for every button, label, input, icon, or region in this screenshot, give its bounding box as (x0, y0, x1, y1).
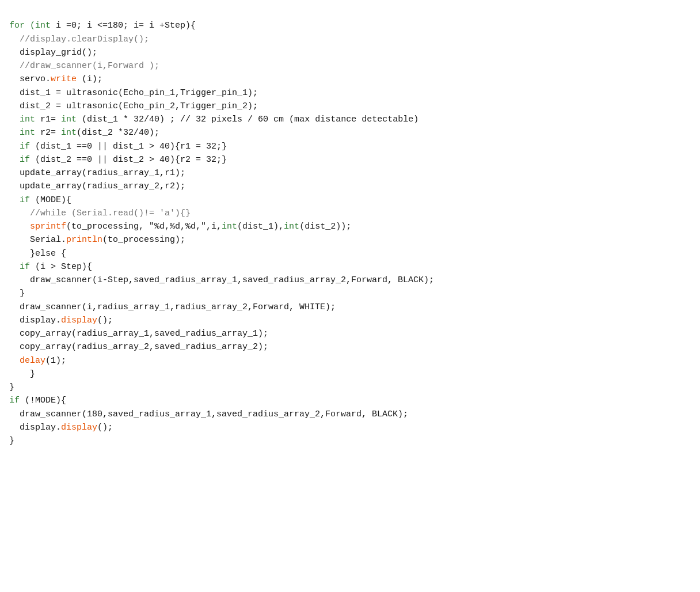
code-token: int (20, 128, 35, 138)
code-line: } (9, 381, 691, 394)
code-token: i =0; i <=180; i= i +Step){ (51, 21, 196, 31)
code-token (9, 262, 20, 272)
code-token: draw_scanner(i,radius_array_1,radius_arr… (9, 302, 336, 312)
code-line: }else { (9, 247, 691, 260)
code-token: update_array(radius_array_2,r2); (9, 181, 185, 191)
code-line: //while (Serial.read()!= 'a'){} (9, 207, 691, 220)
code-token: r2= (35, 128, 61, 138)
code-token: println (66, 235, 102, 245)
code-token (9, 155, 20, 165)
code-token: for ( (9, 21, 35, 31)
code-line: servo.write (i); (9, 73, 691, 86)
code-line: display.display(); (9, 421, 691, 434)
code-token: (i > Step){ (30, 262, 92, 272)
code-line: //draw_scanner(i,Forward ); (9, 59, 691, 73)
code-token: (MODE){ (30, 195, 71, 205)
code-line: } (9, 367, 691, 381)
code-line: draw_scanner(i-Step,saved_radius_array_1… (9, 274, 691, 287)
code-line: int r2= int(dist_2 *32/40); (9, 126, 691, 139)
code-token (9, 356, 20, 366)
code-token: //draw_scanner(i,Forward ); (9, 61, 159, 71)
code-token: } (9, 289, 25, 298)
code-editor: for (int i =0; i <=180; i= i +Step){ //d… (9, 6, 691, 447)
code-line: Serial.println(to_processing); (9, 233, 691, 246)
code-line: delay(1); (9, 354, 691, 367)
code-token: (to_processing); (102, 235, 185, 245)
code-token: (dist_2 *32/40); (77, 128, 159, 138)
code-token: r1= (35, 115, 61, 124)
code-line: sprintf(to_processing, "%d,%d,%d,",i,int… (9, 220, 691, 233)
code-token (9, 115, 20, 124)
code-token: if (20, 195, 30, 205)
code-token (9, 235, 30, 245)
code-token: }else { (9, 249, 66, 259)
code-line: if (i > Step){ (9, 260, 691, 274)
code-token: (i); (77, 74, 102, 84)
code-token: } (9, 382, 14, 392)
code-token: . (56, 316, 61, 325)
code-token (9, 316, 20, 325)
code-token: (dist_1 * 32/40) ; // 32 pixels / 60 cm … (77, 115, 419, 124)
code-token (9, 195, 20, 205)
code-token: (); (97, 423, 113, 432)
code-line: if (dist_2 ==0 || dist_2 > 40){r2 = 32;} (9, 153, 691, 166)
code-line: draw_scanner(i,radius_array_1,radius_arr… (9, 301, 691, 314)
code-line: copy_array(radius_array_2,saved_radius_a… (9, 340, 691, 354)
code-token: dist_1 = ultrasonic(Echo_pin_1,Trigger_p… (9, 88, 258, 98)
code-token: //display.clearDisplay(); (9, 35, 149, 44)
code-token (9, 222, 30, 232)
code-line: int r1= int (dist_1 * 32/40) ; // 32 pix… (9, 113, 691, 126)
code-token: int (61, 128, 77, 138)
code-token: write (51, 74, 77, 84)
code-line: if (!MODE){ (9, 394, 691, 407)
code-token: //while (Serial.read()!= 'a'){} (9, 208, 191, 218)
code-token: int (222, 222, 237, 232)
code-token: (dist_2 ==0 || dist_2 > 40){r2 = 32;} (30, 155, 227, 165)
code-token: copy_array(radius_array_1,saved_radius_a… (9, 329, 268, 339)
code-token: copy_array(radius_array_2,saved_radius_a… (9, 342, 268, 352)
code-token: if (20, 155, 30, 165)
code-line: copy_array(radius_array_1,saved_radius_a… (9, 327, 691, 340)
code-line: draw_scanner(180,saved_radius_array_1,sa… (9, 408, 691, 421)
code-line: display_grid(); (9, 46, 691, 59)
code-line: update_array(radius_array_2,r2); (9, 180, 691, 193)
code-token: (dist_2)); (299, 222, 351, 232)
code-token: (dist_1 ==0 || dist_1 > 40){r1 = 32;} (30, 142, 227, 151)
code-token: int (284, 222, 299, 232)
code-token: dist_2 = ultrasonic(Echo_pin_2,Trigger_p… (9, 101, 258, 111)
code-line: update_array(radius_array_1,r1); (9, 166, 691, 180)
code-token (9, 142, 20, 151)
code-line: dist_2 = ultrasonic(Echo_pin_2,Trigger_p… (9, 100, 691, 113)
code-token (9, 423, 20, 432)
code-token: display (61, 423, 97, 432)
code-token: display (20, 423, 56, 432)
code-token: (); (97, 316, 113, 325)
code-token: if (20, 142, 30, 151)
code-token: display (20, 316, 56, 325)
code-token: int (61, 115, 77, 124)
code-token: (to_processing, "%d,%d,%d,",i, (66, 222, 222, 232)
code-token: servo. (9, 74, 51, 84)
code-token: (1); (45, 356, 66, 366)
code-line: } (9, 287, 691, 300)
code-line: //display.clearDisplay(); (9, 33, 691, 46)
code-token: int (20, 115, 35, 124)
code-token: draw_scanner(i-Step,saved_radius_array_1… (9, 275, 434, 285)
code-token: update_array(radius_array_1,r1); (9, 168, 185, 178)
code-line: for (int i =0; i <=180; i= i +Step){ (9, 19, 691, 32)
code-token: display (61, 316, 97, 325)
code-token: if (20, 262, 30, 272)
code-token: int (35, 21, 51, 31)
code-token: (!MODE){ (20, 396, 66, 405)
code-token: delay (20, 356, 45, 366)
code-token: } (9, 436, 14, 446)
code-token (9, 128, 20, 138)
code-token: } (9, 369, 35, 379)
code-line: } (9, 434, 691, 447)
code-line: dist_1 = ultrasonic(Echo_pin_1,Trigger_p… (9, 86, 691, 100)
code-line: display.display(); (9, 314, 691, 327)
code-token: draw_scanner(180,saved_radius_array_1,sa… (9, 409, 408, 419)
code-line: if (dist_1 ==0 || dist_1 > 40){r1 = 32;} (9, 140, 691, 153)
code-token: Serial (30, 235, 61, 245)
code-token: display_grid(); (9, 48, 97, 58)
